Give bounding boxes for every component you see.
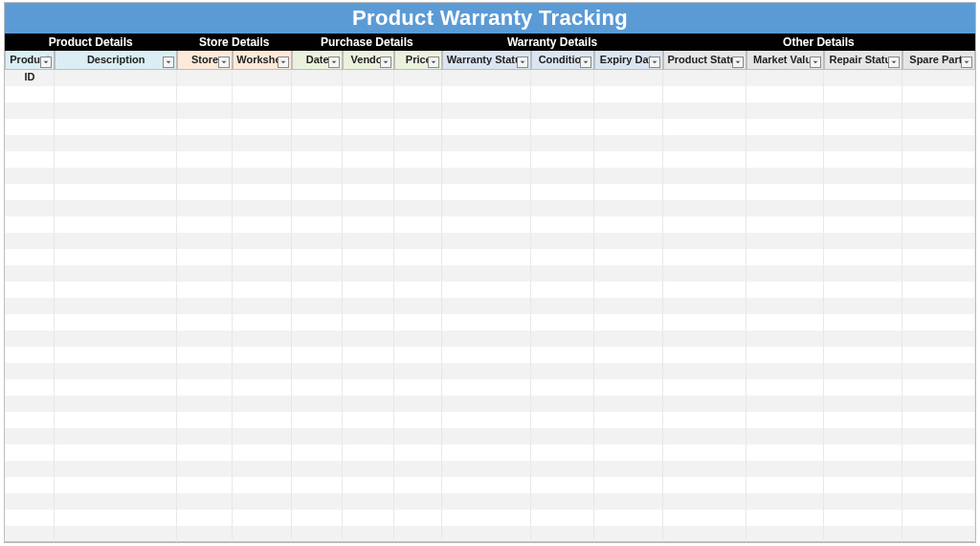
table-row[interactable]	[5, 428, 975, 444]
cell[interactable]	[531, 151, 594, 168]
cell[interactable]	[394, 477, 442, 493]
cell[interactable]	[5, 477, 55, 493]
cell[interactable]	[442, 168, 531, 184]
cell[interactable]	[746, 444, 824, 461]
cell[interactable]	[824, 151, 902, 168]
cell[interactable]	[531, 298, 594, 314]
cell[interactable]	[531, 135, 594, 151]
cell[interactable]	[442, 477, 531, 493]
cell[interactable]	[442, 526, 531, 542]
table-row[interactable]	[5, 347, 975, 363]
cell[interactable]	[746, 151, 824, 168]
cell[interactable]	[5, 249, 55, 265]
cell[interactable]	[233, 282, 292, 298]
cell[interactable]	[55, 379, 177, 396]
cell[interactable]	[343, 428, 394, 444]
cell[interactable]	[442, 493, 531, 510]
cell[interactable]	[292, 151, 343, 168]
cell[interactable]	[902, 461, 975, 477]
cell[interactable]	[663, 347, 746, 363]
cell[interactable]	[177, 493, 233, 510]
cell[interactable]	[902, 233, 975, 249]
cell[interactable]	[902, 151, 975, 168]
cell[interactable]	[55, 477, 177, 493]
cell[interactable]	[902, 444, 975, 461]
cell[interactable]	[442, 330, 531, 347]
cell[interactable]	[343, 510, 394, 526]
column-header-vendor[interactable]: Vendor	[343, 51, 394, 70]
cell[interactable]	[394, 526, 442, 542]
cell[interactable]	[902, 510, 975, 526]
cell[interactable]	[824, 119, 902, 135]
cell[interactable]	[233, 200, 292, 216]
filter-dropdown-icon[interactable]	[961, 57, 972, 68]
cell[interactable]	[594, 444, 663, 461]
cell[interactable]	[55, 330, 177, 347]
cell[interactable]	[177, 184, 233, 200]
table-row[interactable]	[5, 412, 975, 428]
cell[interactable]	[531, 526, 594, 542]
cell[interactable]	[902, 249, 975, 265]
cell[interactable]	[292, 428, 343, 444]
cell[interactable]	[394, 135, 442, 151]
cell[interactable]	[292, 363, 343, 379]
cell[interactable]	[394, 396, 442, 412]
cell[interactable]	[5, 151, 55, 168]
cell[interactable]	[343, 119, 394, 135]
cell[interactable]	[55, 428, 177, 444]
cell[interactable]	[177, 477, 233, 493]
cell[interactable]	[177, 168, 233, 184]
cell[interactable]	[343, 282, 394, 298]
table-row[interactable]	[5, 184, 975, 200]
cell[interactable]	[5, 412, 55, 428]
cell[interactable]	[824, 477, 902, 493]
cell[interactable]	[442, 70, 531, 86]
cell[interactable]	[177, 135, 233, 151]
cell[interactable]	[55, 265, 177, 282]
cell[interactable]	[233, 298, 292, 314]
cell[interactable]	[902, 135, 975, 151]
cell[interactable]	[5, 347, 55, 363]
cell[interactable]	[233, 461, 292, 477]
cell[interactable]	[442, 151, 531, 168]
cell[interactable]	[531, 314, 594, 330]
cell[interactable]	[394, 282, 442, 298]
cell[interactable]	[746, 249, 824, 265]
cell[interactable]	[5, 119, 55, 135]
cell[interactable]	[594, 493, 663, 510]
table-row[interactable]	[5, 379, 975, 396]
cell[interactable]	[394, 347, 442, 363]
cell[interactable]	[343, 412, 394, 428]
cell[interactable]	[442, 363, 531, 379]
column-header-price[interactable]: Price	[394, 51, 442, 70]
cell[interactable]	[531, 265, 594, 282]
cell[interactable]	[442, 200, 531, 216]
cell[interactable]	[394, 298, 442, 314]
table-row[interactable]	[5, 396, 975, 412]
table-row[interactable]	[5, 461, 975, 477]
cell[interactable]	[292, 330, 343, 347]
filter-dropdown-icon[interactable]	[580, 57, 591, 68]
cell[interactable]	[394, 444, 442, 461]
cell[interactable]	[824, 347, 902, 363]
cell[interactable]	[531, 86, 594, 102]
cell[interactable]	[902, 396, 975, 412]
table-row[interactable]	[5, 444, 975, 461]
cell[interactable]	[177, 86, 233, 102]
cell[interactable]	[343, 265, 394, 282]
cell[interactable]	[292, 184, 343, 200]
column-header-spare-parts[interactable]: Spare Parts	[902, 51, 975, 70]
cell[interactable]	[746, 119, 824, 135]
cell[interactable]	[902, 526, 975, 542]
cell[interactable]	[442, 119, 531, 135]
cell[interactable]	[5, 86, 55, 102]
cell[interactable]	[5, 493, 55, 510]
cell[interactable]	[343, 151, 394, 168]
cell[interactable]	[824, 70, 902, 86]
cell[interactable]	[663, 102, 746, 119]
table-row[interactable]	[5, 200, 975, 216]
cell[interactable]	[594, 526, 663, 542]
cell[interactable]	[746, 412, 824, 428]
cell[interactable]	[343, 363, 394, 379]
cell[interactable]	[824, 526, 902, 542]
